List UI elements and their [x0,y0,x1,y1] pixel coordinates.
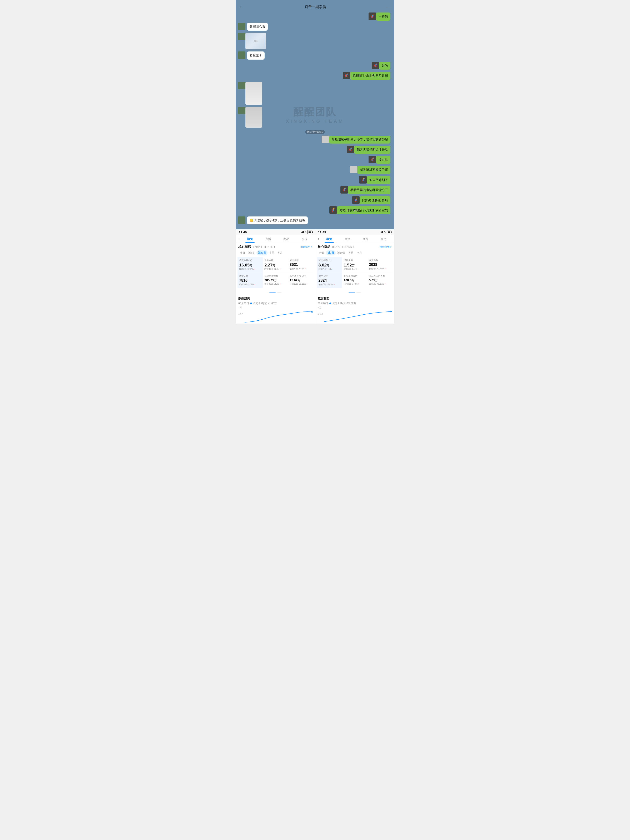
tab-live-right[interactable]: 直播 [338,235,357,243]
trend-legend-right: 成交金额(元) ¥1.88万 [332,302,356,305]
explain-link-right[interactable]: 指标说明 > [380,245,392,249]
metric-label: 退款金额 [344,259,366,262]
msg-row: 比如处理客服 售后 🦸 [238,196,392,204]
status-icons-right: ∿ [380,230,391,234]
timestamp-badge: 昨天 中午12:11 [305,130,325,134]
metric-value: 108.5万 [344,278,366,282]
tab-live-left[interactable]: 直播 [259,235,277,243]
period-30days-left[interactable]: 近30日 [256,250,267,256]
svg-point-1 [390,311,392,312]
chat-messages: 一样的 🦸 数据怎么看 图片 看这里？ 是的 🦸 你截图手机端把 罗盘数据 [236,12,394,227]
msg-row: 数据怎么看 [238,23,392,31]
metric-value: 285.35万 [264,278,286,282]
trend-title-right: 数据趋势 [318,297,392,300]
period-7days-right[interactable]: 近7日 [326,250,336,256]
timestamp-row: 昨天 中午12:11 [238,130,392,134]
avatar: 🦸 [372,62,379,69]
tab-product-right[interactable]: 商品 [357,235,374,243]
back-button-left[interactable]: ‹ [237,235,241,243]
msg-row: 一样的 🦸 [238,13,392,21]
message-bubble: 我天天都是两点才睡觉 [354,145,390,154]
msg-row: 图片 [238,33,392,49]
avatar: 🦸 [329,206,337,214]
explain-link-left[interactable]: 指标说明 > [300,245,312,249]
msg-row: 对吧 你在本地招个小妹妹 或者宝妈 🦸 [238,206,392,215]
chat-area: 醒醒团队 XINGXING TEAM ← 店千一期学员 ··· 一样的 🦸 数据… [236,0,394,229]
message-bubble: 一样的 [376,13,390,21]
signal-icon [380,231,383,233]
screens-wrapper: 11:49 ∿ ‹ 概览 直播 商品 服务 [236,229,394,324]
period-30days-right[interactable]: 近30日 [336,250,347,256]
image-bubble: 图片 [245,33,266,49]
msg-row [238,82,392,105]
avatar [238,33,245,40]
metric-cell: 退款金额 2.27万 较前30日 499% ↑ [263,257,288,273]
message-bubble: 看这里？ [247,52,265,60]
msg-row: 看看手里的事情哪些能分开 🦸 [238,186,392,194]
tab-overview-left[interactable]: 概览 [241,235,259,243]
battery-icon [308,230,312,234]
period-week-right[interactable]: 本周 [347,250,355,256]
tab-service-right[interactable]: 服务 [375,235,393,243]
metric-value: 5.65万 [369,278,391,282]
period-yesterday-left[interactable]: 昨日 [238,250,247,256]
back-icon[interactable]: ← [237,3,245,10]
trend-section-left: 数据趋势 08月26日 成交金额(元) ¥1.88万 2万 1.6万 [236,295,315,324]
metric-label: 成交人数 [319,275,340,278]
metric-change: 较前30日 122% ↑ [290,267,311,270]
metric-cell: 退款金额 1.52万 较前7日 359% ↑ [342,257,367,273]
metrics-grid-right: 成交金额(元) 8.02万 较前7日 110% ↑ 退款金额 1.52万 较前7… [315,257,395,288]
avatar: 🦸 [347,145,354,153]
period-7days-left[interactable]: 近7日 [247,250,256,256]
screen-right: 11:49 ∿ ‹ 概览 直播 商品 服务 [315,229,395,324]
scroll-indicator-right [315,288,395,295]
metric-value: 7816 [239,278,261,283]
avatar [238,216,245,224]
section-header-right: 核心指标 08月20日-08月26日 指标说明 > [315,243,395,250]
msg-row [238,107,392,128]
message-bubble: 数据怎么看 [247,23,268,31]
back-button-right[interactable]: ‹ [316,235,320,243]
status-bar-right: 11:49 ∿ [315,229,395,235]
message-bubble: 对吧 你在本地招个小妹妹 或者宝妈 [337,206,390,215]
metric-value: 3038 [369,263,391,267]
period-month-left[interactable]: 本月 [276,250,284,256]
tab-overview-right[interactable]: 概览 [320,235,338,243]
metric-cell: 商品总点击人数 5.65万 较前7日 46.37% ↑ [367,273,393,288]
tab-product-left[interactable]: 商品 [277,235,295,243]
metric-value: 15.02万 [290,278,311,282]
metric-value: 2.27万 [264,263,286,267]
signal-icon [301,231,304,233]
msg-row: 看这里？ [238,52,392,60]
section-date-right: 08月20日-08月26日 [332,246,354,248]
metric-cell: 成交金额(元) 8.02万 较前7日 110% ↑ [317,257,342,273]
msg-row: 你截图手机端把 罗盘数据 🦸 [238,72,392,80]
wifi-icon: ∿ [305,231,307,234]
metric-value: 1.52万 [344,263,366,267]
more-icon[interactable]: ··· [386,4,391,9]
message-bubble: 😅纠结呢，孩子4岁，正是启蒙的阶段呢 [247,216,308,224]
trend-date-right: 08月26日 [318,302,328,305]
metric-change: 较前30日 124% ↑ [239,283,261,286]
trend-title-left: 数据趋势 [238,297,313,300]
image-placeholder [245,82,262,105]
period-week-left[interactable]: 本周 [267,250,276,256]
period-yesterday-right[interactable]: 昨日 [318,250,326,256]
metric-label: 商品总点击人数 [369,275,391,278]
tab-service-left[interactable]: 服务 [295,235,314,243]
avatar [238,107,245,114]
status-time-right: 11:49 [318,231,326,234]
period-month-right[interactable]: 本月 [355,250,363,256]
trend-section-right: 数据趋势 08月26日 成交金额(元) ¥1.88万 2万 1.6万 [315,295,395,324]
metric-label: 成交金额(元) [319,259,340,262]
avatar [238,23,245,30]
msg-row: 是的 🦸 [238,62,392,70]
avatar: 🦸 [340,186,348,194]
msg-row: 我天天都是两点才睡觉 🦸 [238,145,392,154]
metric-change: 较前7日 10.83% ↑ [319,283,340,286]
screen-left: 11:49 ∿ ‹ 概览 直播 商品 服务 [236,229,315,324]
image-bubble [245,107,262,128]
metric-change: 较前30日 149% ↑ [264,283,286,286]
nav-tabs-right: ‹ 概览 直播 商品 服务 [315,235,395,243]
trend-date-row-right: 08月26日 成交金额(元) ¥1.88万 [318,302,392,305]
